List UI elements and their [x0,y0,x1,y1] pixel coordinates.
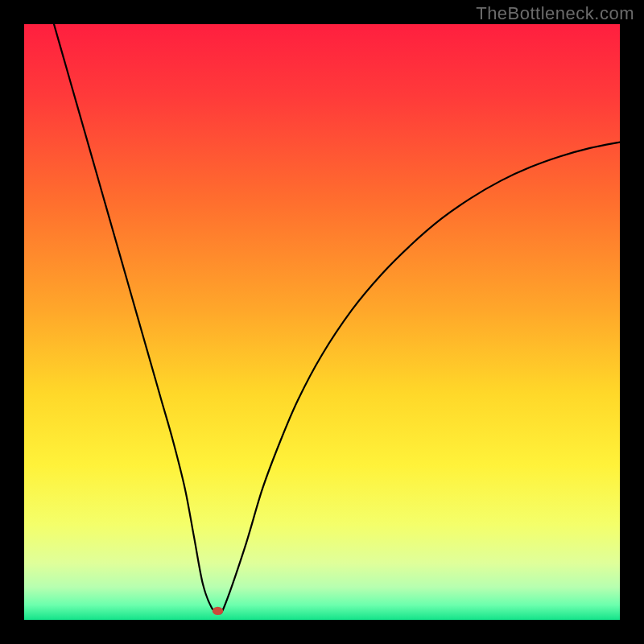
watermark-text: TheBottleneck.com [476,3,634,24]
gradient-background [24,24,620,620]
minimum-marker [213,607,223,615]
bottleneck-chart [24,24,620,620]
chart-frame: TheBottleneck.com [0,0,644,644]
plot-area [24,24,620,620]
